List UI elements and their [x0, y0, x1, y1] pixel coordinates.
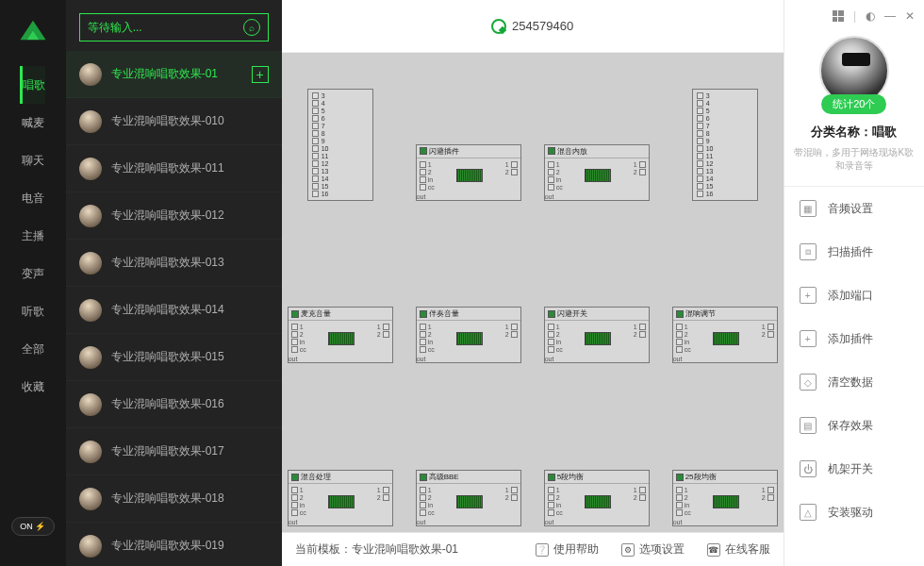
footer-link[interactable]: ❔使用帮助 [536, 541, 599, 558]
category-item[interactable]: 电音 [20, 179, 45, 217]
node-chip-icon [456, 332, 483, 345]
effect-item[interactable]: 专业混响唱歌效果-018 [66, 475, 282, 523]
effect-avatar-icon [79, 158, 102, 180]
effect-item[interactable]: 专业混响唱歌效果-012 [66, 192, 282, 240]
node-chip-icon [713, 495, 739, 508]
node-canvas[interactable]: 345678910111213141516闪避插件12incc12out混音内放… [282, 53, 784, 532]
audio-node[interactable]: 25段均衡12incc12out [672, 470, 778, 526]
node-chip-icon [328, 332, 355, 345]
effect-item[interactable]: 专业混响唱歌效果-014 [66, 287, 282, 334]
node-indicator-icon [420, 310, 427, 318]
audio-settings-icon: ▦ [800, 200, 817, 217]
right-menu-item[interactable]: +添加端口 [784, 274, 924, 317]
audio-node[interactable]: 闪避插件12incc12out [416, 144, 521, 201]
audio-node[interactable]: 5段均衡12incc12out [544, 470, 650, 526]
audio-node[interactable]: 麦克音量12incc12out [288, 307, 393, 363]
effect-avatar-icon [79, 110, 102, 133]
right-menu-label: 扫描插件 [828, 244, 873, 260]
effect-avatar-icon [79, 535, 102, 558]
effect-item[interactable]: 专业混响唱歌效果-015 [66, 334, 282, 381]
center-column: 254579460 345678910111213141516闪避插件12inc… [282, 0, 784, 566]
footer-link-icon: ❔ [536, 543, 549, 557]
audio-node[interactable]: 高级BBE12incc12out [416, 470, 521, 526]
effect-avatar-icon [79, 346, 102, 369]
footer-link[interactable]: ⚙选项设置 [621, 541, 685, 558]
right-menu-label: 音频设置 [828, 201, 873, 217]
right-menu-item[interactable]: +添加插件 [784, 317, 924, 360]
search-icon[interactable]: ⌕ [243, 19, 260, 36]
node-chip-icon [585, 495, 611, 508]
category-description: 带混响，多用于网络现场K歌和录音等 [794, 146, 915, 173]
close-button[interactable]: ✕ [905, 9, 915, 23]
category-item[interactable]: 变声 [20, 255, 45, 292]
effect-item[interactable]: 专业混响唱歌效果-01+ [66, 51, 282, 98]
node-title: 闪避开关 [557, 308, 587, 319]
effect-name: 专业混响唱歌效果-016 [111, 396, 269, 412]
effect-name: 专业混响唱歌效果-011 [111, 160, 269, 176]
effects-list: 专业混响唱歌效果-01+专业混响唱歌效果-010专业混响唱歌效果-011专业混响… [66, 51, 282, 566]
category-sidebar: 唱歌喊麦聊天电音主播变声听歌全部收藏 ON ⚡ [0, 0, 66, 566]
layout-grid-icon[interactable] [833, 10, 844, 22]
footer-link[interactable]: ☎在线客服 [707, 541, 770, 558]
effect-name: 专业混响唱歌效果-014 [111, 302, 269, 318]
refresh-icon[interactable] [491, 19, 506, 34]
category-item[interactable]: 收藏 [20, 368, 45, 406]
effect-item[interactable]: 专业混响唱歌效果-016 [66, 381, 282, 428]
right-menu-item[interactable]: ⧈扫描插件 [784, 230, 924, 274]
audio-node[interactable]: 闪避开关12incc12out [544, 307, 650, 363]
node-indicator-icon [420, 474, 427, 481]
node-title: 闪避插件 [429, 146, 459, 157]
install-driver-icon: △ [800, 504, 817, 521]
io-node[interactable]: 345678910111213141516 [307, 89, 373, 201]
effect-avatar-icon [79, 441, 102, 463]
footer-bar: 当前模板：专业混响唱歌效果-01 ❔使用帮助⚙选项设置☎在线客服 [282, 532, 784, 566]
node-indicator-icon [291, 310, 299, 318]
right-menu-item[interactable]: ⏻机架开关 [784, 447, 924, 491]
right-menu-item[interactable]: ▤保存效果 [784, 404, 924, 447]
node-indicator-icon [676, 310, 684, 318]
audio-node[interactable]: 混音内放12incc12out [544, 144, 650, 201]
effect-item[interactable]: 专业混响唱歌效果-019 [66, 523, 282, 566]
category-item[interactable]: 喊麦 [20, 104, 45, 142]
category-item[interactable]: 唱歌 [20, 66, 45, 104]
footer-link-label: 选项设置 [639, 541, 685, 558]
node-indicator-icon [420, 147, 427, 155]
node-indicator-icon [291, 474, 299, 481]
audio-node[interactable]: 伴奏音量12incc12out [416, 307, 521, 363]
audio-node[interactable]: 混响调节12incc12out [672, 307, 778, 363]
io-node[interactable]: 345678910111213141516 [692, 89, 758, 201]
right-menu-item[interactable]: ▦音频设置 [784, 187, 924, 230]
audio-node[interactable]: 混音处理12incc12out [288, 470, 393, 526]
effect-item[interactable]: 专业混响唱歌效果-010 [66, 98, 282, 145]
right-menu-item[interactable]: △安装驱动 [784, 491, 924, 534]
minimize-button[interactable]: — [884, 9, 896, 23]
category-item[interactable]: 聊天 [20, 142, 45, 179]
effect-avatar-icon [79, 205, 102, 227]
effect-name: 专业混响唱歌效果-017 [111, 443, 269, 459]
effect-item[interactable]: 专业混响唱歌效果-013 [66, 240, 282, 287]
search-box: ⌕ [79, 13, 269, 42]
theme-icon[interactable]: ◐ [866, 9, 875, 23]
effect-item[interactable]: 专业混响唱歌效果-017 [66, 428, 282, 475]
right-menu-item[interactable]: ◇清空数据 [784, 360, 924, 404]
right-panel: | ◐ — ✕ 统计20个 分类名称：唱歌 带混响，多用于网络现场K歌和录音等 … [784, 0, 924, 566]
search-input[interactable] [88, 21, 238, 34]
node-title: 麦克音量 [301, 308, 331, 319]
category-title: 分类名称：唱歌 [811, 124, 897, 141]
effect-name: 专业混响唱歌效果-01 [111, 66, 242, 82]
add-effect-icon[interactable]: + [252, 66, 269, 83]
category-item[interactable]: 全部 [20, 330, 45, 368]
node-title: 混响调节 [685, 308, 716, 319]
power-toggle[interactable]: ON ⚡ [11, 517, 55, 536]
footer-link-label: 在线客服 [725, 541, 770, 558]
node-chip-icon [456, 495, 483, 508]
category-item[interactable]: 听歌 [20, 292, 45, 330]
node-indicator-icon [548, 310, 555, 318]
footer-link-icon: ⚙ [621, 543, 635, 557]
category-item[interactable]: 主播 [20, 217, 45, 255]
footer-link-icon: ☎ [707, 543, 720, 557]
effect-item[interactable]: 专业混响唱歌效果-011 [66, 145, 282, 192]
right-menu-label: 机架开关 [828, 461, 873, 477]
effect-name: 专业混响唱歌效果-013 [111, 255, 269, 271]
add-plugin-icon: + [800, 330, 817, 347]
